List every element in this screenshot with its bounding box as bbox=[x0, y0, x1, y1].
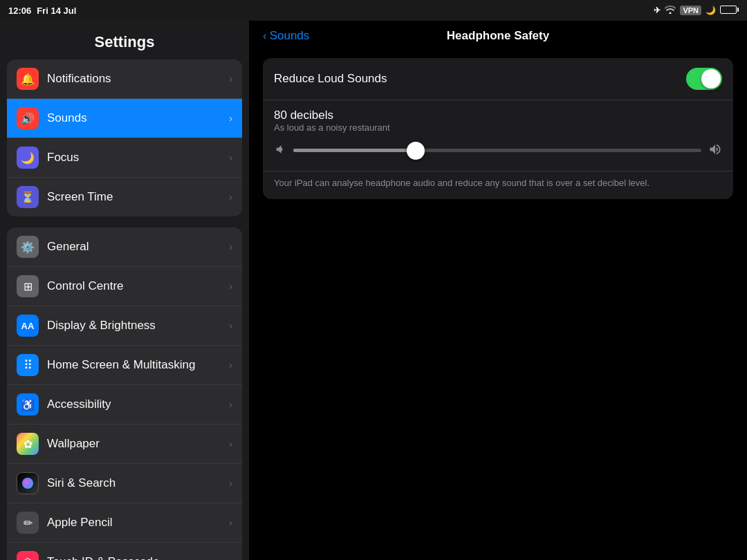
focus-icon: 🌙 bbox=[17, 147, 39, 169]
notifications-label: Notifications bbox=[47, 72, 111, 86]
screen-time-icon: ⏳ bbox=[17, 186, 39, 208]
sounds-icon: 🔊 bbox=[17, 107, 39, 129]
sounds-label: Sounds bbox=[47, 111, 87, 125]
volume-slider-row bbox=[274, 138, 722, 165]
focus-label: Focus bbox=[47, 151, 79, 165]
content-area: ‹ Sounds Headphone Safety Reduce Loud So… bbox=[249, 21, 747, 560]
volume-high-icon bbox=[708, 142, 722, 158]
control-centre-label: Control Centre bbox=[47, 279, 124, 293]
apple-pencil-icon: ✏ bbox=[17, 512, 39, 534]
touch-id-icon: ⬡ bbox=[17, 551, 39, 560]
decibel-desc: As loud as a noisy restaurant bbox=[274, 122, 722, 138]
sidebar-item-control-centre[interactable]: ⊞ Control Centre › bbox=[7, 267, 242, 306]
chevron-icon: › bbox=[229, 192, 232, 203]
chevron-icon: › bbox=[229, 360, 232, 371]
sidebar-item-touch-id[interactable]: ⬡ Touch ID & Passcode › bbox=[7, 543, 242, 560]
svg-point-0 bbox=[22, 478, 33, 489]
accessibility-label: Accessibility bbox=[47, 398, 111, 411]
content-header: ‹ Sounds Headphone Safety bbox=[249, 21, 747, 51]
chevron-icon: › bbox=[229, 517, 232, 528]
chevron-icon: › bbox=[229, 113, 232, 124]
slider-thumb[interactable] bbox=[407, 142, 425, 160]
back-label: Sounds bbox=[270, 29, 310, 43]
card-footer-text: Your iPad can analyse headphone audio an… bbox=[263, 171, 733, 199]
general-icon: ⚙️ bbox=[17, 236, 39, 258]
reduce-loud-sounds-row: Reduce Loud Sounds bbox=[263, 58, 733, 100]
slider-fill bbox=[293, 149, 416, 152]
reduce-loud-sounds-label: Reduce Loud Sounds bbox=[274, 72, 387, 86]
time-display: 12:06 bbox=[8, 6, 31, 16]
display-label: Display & Brightness bbox=[47, 319, 156, 333]
sidebar-item-display[interactable]: AA Display & Brightness › bbox=[7, 306, 242, 346]
battery-icon bbox=[720, 6, 739, 16]
reduce-loud-sounds-toggle[interactable] bbox=[686, 68, 722, 90]
sidebar-group-1: 🔔 Notifications › 🔊 Sounds › 🌙 Focus › ⏳… bbox=[7, 59, 242, 216]
wallpaper-icon: ✿ bbox=[17, 433, 39, 455]
wallpaper-label: Wallpaper bbox=[47, 437, 100, 451]
sidebar: Settings 🔔 Notifications › 🔊 Sounds › 🌙 … bbox=[0, 21, 249, 560]
sidebar-item-accessibility[interactable]: ♿ Accessibility › bbox=[7, 385, 242, 424]
chevron-icon: › bbox=[229, 557, 232, 560]
chevron-icon: › bbox=[229, 152, 232, 163]
siri-label: Siri & Search bbox=[47, 476, 116, 490]
sidebar-item-general[interactable]: ⚙️ General › bbox=[7, 227, 242, 267]
date-display: Fri 14 Jul bbox=[37, 6, 76, 16]
chevron-icon: › bbox=[229, 73, 232, 84]
headphone-safety-card: Reduce Loud Sounds 80 decibels As loud a… bbox=[263, 58, 733, 199]
home-screen-icon: ⠿ bbox=[17, 354, 39, 376]
airplane-icon: ✈ bbox=[654, 6, 661, 15]
accessibility-icon: ♿ bbox=[17, 393, 39, 416]
back-chevron-icon: ‹ bbox=[263, 29, 267, 43]
sidebar-item-focus[interactable]: 🌙 Focus › bbox=[7, 138, 242, 178]
sidebar-item-siri[interactable]: Siri & Search › bbox=[7, 464, 242, 503]
sidebar-title: Settings bbox=[0, 28, 249, 59]
notifications-icon: 🔔 bbox=[17, 68, 39, 90]
content-title: Headphone Safety bbox=[447, 29, 549, 43]
volume-low-icon bbox=[274, 143, 286, 158]
chevron-icon: › bbox=[229, 438, 232, 449]
sidebar-item-wallpaper[interactable]: ✿ Wallpaper › bbox=[7, 424, 242, 464]
control-centre-icon: ⊞ bbox=[17, 275, 39, 297]
chevron-icon: › bbox=[229, 320, 232, 331]
decibel-value: 80 decibels bbox=[274, 103, 722, 122]
chevron-icon: › bbox=[229, 281, 232, 292]
chevron-icon: › bbox=[229, 241, 232, 252]
sidebar-item-sounds[interactable]: 🔊 Sounds › bbox=[7, 99, 242, 138]
decibel-section: 80 decibels As loud as a noisy restauran… bbox=[263, 100, 733, 171]
wifi-icon bbox=[665, 6, 676, 16]
chevron-icon: › bbox=[229, 478, 232, 489]
apple-pencil-label: Apple Pencil bbox=[47, 516, 113, 530]
touch-id-label: Touch ID & Passcode bbox=[47, 555, 160, 560]
moon-icon: 🌙 bbox=[706, 6, 716, 15]
sidebar-item-notifications[interactable]: 🔔 Notifications › bbox=[7, 59, 242, 99]
screen-time-label: Screen Time bbox=[47, 190, 113, 204]
sidebar-item-home-screen[interactable]: ⠿ Home Screen & Multitasking › bbox=[7, 346, 242, 385]
display-icon: AA bbox=[17, 315, 39, 337]
sidebar-item-apple-pencil[interactable]: ✏ Apple Pencil › bbox=[7, 503, 242, 543]
general-label: General bbox=[47, 240, 89, 254]
sidebar-item-screen-time[interactable]: ⏳ Screen Time › bbox=[7, 178, 242, 216]
sidebar-group-2: ⚙️ General › ⊞ Control Centre › AA Displ… bbox=[7, 227, 242, 560]
status-bar: 12:06 Fri 14 Jul ✈ VPN 🌙 bbox=[0, 0, 747, 21]
siri-icon bbox=[17, 472, 39, 494]
home-screen-label: Home Screen & Multitasking bbox=[47, 358, 195, 372]
vpn-badge: VPN bbox=[680, 6, 701, 15]
chevron-icon: › bbox=[229, 399, 232, 410]
back-button[interactable]: ‹ Sounds bbox=[263, 29, 309, 43]
main-layout: Settings 🔔 Notifications › 🔊 Sounds › 🌙 … bbox=[0, 21, 747, 560]
volume-slider-track[interactable] bbox=[293, 149, 701, 152]
